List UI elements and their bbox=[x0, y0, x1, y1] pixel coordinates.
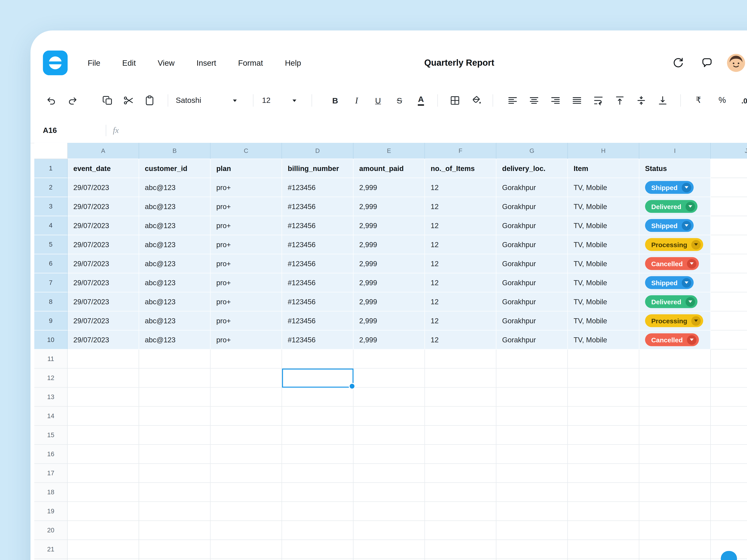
cell-G9[interactable]: Gorakhpur bbox=[496, 311, 568, 330]
cell-F12[interactable] bbox=[425, 369, 496, 388]
status-badge[interactable]: Delivered bbox=[645, 200, 697, 213]
cell-F4[interactable]: 12 bbox=[425, 216, 496, 235]
italic-button[interactable]: I bbox=[346, 91, 367, 110]
cell-A10[interactable]: 29/07/2023 bbox=[68, 330, 139, 349]
cell-A8[interactable]: 29/07/2023 bbox=[68, 292, 139, 311]
row-header-7[interactable]: 7 bbox=[34, 273, 68, 292]
cell-G22[interactable] bbox=[496, 559, 568, 560]
cell-B11[interactable] bbox=[139, 349, 211, 369]
cell-H2[interactable]: TV, Mobile bbox=[568, 178, 639, 197]
cell-F19[interactable] bbox=[425, 502, 496, 521]
align-justify-button[interactable] bbox=[566, 91, 588, 110]
text-color-button[interactable]: A bbox=[410, 91, 432, 110]
cell-F9[interactable]: 12 bbox=[425, 311, 496, 330]
cell-I5[interactable]: Processing bbox=[639, 235, 711, 254]
menu-item-insert[interactable]: Insert bbox=[197, 58, 216, 67]
cell-C3[interactable]: pro+ bbox=[211, 197, 282, 216]
status-badge[interactable]: Shipped bbox=[645, 276, 694, 289]
cell-B12[interactable] bbox=[139, 369, 211, 388]
redo-button[interactable] bbox=[62, 91, 83, 110]
cell-E9[interactable]: 2,999 bbox=[354, 311, 425, 330]
cell-D3[interactable]: #123456 bbox=[282, 197, 354, 216]
cell-G12[interactable] bbox=[496, 369, 568, 388]
cell-J15[interactable] bbox=[711, 426, 747, 445]
cell-A9[interactable]: 29/07/2023 bbox=[68, 311, 139, 330]
valign-bottom-button[interactable] bbox=[652, 91, 673, 110]
cell-D19[interactable] bbox=[282, 502, 354, 521]
cell-G8[interactable]: Gorakhpur bbox=[496, 292, 568, 311]
cell-H1[interactable]: Item bbox=[568, 159, 639, 178]
cell-B20[interactable] bbox=[139, 521, 211, 540]
cell-A21[interactable] bbox=[68, 540, 139, 559]
cell-A5[interactable]: 29/07/2023 bbox=[68, 235, 139, 254]
cell-B6[interactable]: abc@123 bbox=[139, 254, 211, 273]
cell-J18[interactable] bbox=[711, 483, 747, 502]
underline-button[interactable]: U bbox=[367, 91, 389, 110]
row-header-2[interactable]: 2 bbox=[34, 178, 68, 197]
percent-format-button[interactable]: % bbox=[711, 91, 734, 110]
cell-H8[interactable]: TV, Mobile bbox=[568, 292, 639, 311]
cell-C13[interactable] bbox=[211, 388, 282, 407]
col-header-D[interactable]: D bbox=[282, 143, 354, 159]
row-header-6[interactable]: 6 bbox=[34, 254, 68, 273]
cell-B8[interactable]: abc@123 bbox=[139, 292, 211, 311]
row-header-12[interactable]: 12 bbox=[34, 369, 68, 388]
menu-item-help[interactable]: Help bbox=[285, 58, 301, 67]
cell-E3[interactable]: 2,999 bbox=[354, 197, 425, 216]
menu-item-view[interactable]: View bbox=[158, 58, 175, 67]
cell-J6[interactable] bbox=[711, 254, 747, 273]
cell-E5[interactable]: 2,999 bbox=[354, 235, 425, 254]
cell-D12[interactable] bbox=[282, 369, 354, 388]
cell-I16[interactable] bbox=[639, 445, 711, 464]
cell-A15[interactable] bbox=[68, 426, 139, 445]
row-header-5[interactable]: 5 bbox=[34, 235, 68, 254]
col-header-F[interactable]: F bbox=[425, 143, 496, 159]
cell-A12[interactable] bbox=[68, 369, 139, 388]
cell-H19[interactable] bbox=[568, 502, 639, 521]
cell-D17[interactable] bbox=[282, 464, 354, 483]
cell-I15[interactable] bbox=[639, 426, 711, 445]
cell-B1[interactable]: customer_id bbox=[139, 159, 211, 178]
cell-H7[interactable]: TV, Mobile bbox=[568, 273, 639, 292]
bold-button[interactable]: B bbox=[325, 91, 346, 110]
cell-D2[interactable]: #123456 bbox=[282, 178, 354, 197]
cell-F13[interactable] bbox=[425, 388, 496, 407]
cell-I7[interactable]: Shipped bbox=[639, 273, 711, 292]
cell-F15[interactable] bbox=[425, 426, 496, 445]
cell-G16[interactable] bbox=[496, 445, 568, 464]
cell-J13[interactable] bbox=[711, 388, 747, 407]
cell-I21[interactable] bbox=[639, 540, 711, 559]
cell-E21[interactable] bbox=[354, 540, 425, 559]
cell-E2[interactable]: 2,999 bbox=[354, 178, 425, 197]
cell-A19[interactable] bbox=[68, 502, 139, 521]
status-badge[interactable]: Processing bbox=[645, 314, 703, 327]
cell-H10[interactable]: TV, Mobile bbox=[568, 330, 639, 349]
cell-G3[interactable]: Gorakhpur bbox=[496, 197, 568, 216]
status-badge[interactable]: Delivered bbox=[645, 295, 697, 308]
cell-F22[interactable] bbox=[425, 559, 496, 560]
cell-A14[interactable] bbox=[68, 407, 139, 426]
cell-J16[interactable] bbox=[711, 445, 747, 464]
col-header-H[interactable]: H bbox=[568, 143, 639, 159]
cell-F2[interactable]: 12 bbox=[425, 178, 496, 197]
currency-format-button[interactable]: ₹ bbox=[687, 91, 711, 110]
cell-C8[interactable]: pro+ bbox=[211, 292, 282, 311]
cell-D5[interactable]: #123456 bbox=[282, 235, 354, 254]
status-badge[interactable]: Processing bbox=[645, 238, 703, 251]
cell-E11[interactable] bbox=[354, 349, 425, 369]
status-badge[interactable]: Shipped bbox=[645, 181, 694, 194]
cell-F8[interactable]: 12 bbox=[425, 292, 496, 311]
cell-G7[interactable]: Gorakhpur bbox=[496, 273, 568, 292]
history-button[interactable] bbox=[670, 55, 687, 71]
cell-D11[interactable] bbox=[282, 349, 354, 369]
cell-C17[interactable] bbox=[211, 464, 282, 483]
cell-C21[interactable] bbox=[211, 540, 282, 559]
cell-G1[interactable]: delivery_loc. bbox=[496, 159, 568, 178]
row-header-22[interactable]: 22 bbox=[34, 559, 68, 560]
cell-D22[interactable] bbox=[282, 559, 354, 560]
row-header-19[interactable]: 19 bbox=[34, 502, 68, 521]
cell-A3[interactable]: 29/07/2023 bbox=[68, 197, 139, 216]
cell-H12[interactable] bbox=[568, 369, 639, 388]
cell-C14[interactable] bbox=[211, 407, 282, 426]
cell-F3[interactable]: 12 bbox=[425, 197, 496, 216]
